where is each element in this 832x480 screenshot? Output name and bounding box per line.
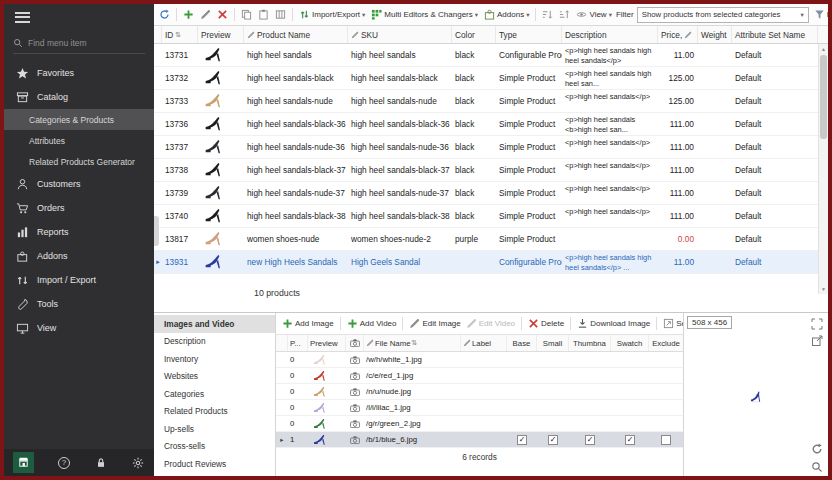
sidebar-item-catalog[interactable]: Catalog xyxy=(4,85,154,109)
add-product-button[interactable] xyxy=(181,7,196,22)
detail-tab[interactable]: Images and Video xyxy=(154,315,275,333)
download-image-button[interactable]: Download Image xyxy=(576,316,651,331)
column-header-swatch[interactable]: Swatch xyxy=(611,335,649,351)
edit-image-button[interactable]: Edit Image xyxy=(408,316,461,331)
row-expand-icon[interactable] xyxy=(154,90,162,112)
columns-button[interactable] xyxy=(273,7,288,22)
sidebar-item-related-products-generator[interactable]: Related Products Generator xyxy=(4,151,154,172)
detail-tab[interactable]: Websites xyxy=(154,368,275,386)
image-row[interactable]: 0 /n/u/nude.jpg xyxy=(276,384,683,400)
sidebar-item-categories-products[interactable]: Categories & Products xyxy=(4,109,154,130)
preview-image[interactable] xyxy=(684,313,828,476)
sidebar-item-favorites[interactable]: Favorites xyxy=(4,61,154,85)
column-header-image-preview[interactable]: Preview xyxy=(308,335,346,351)
row-expand-icon[interactable] xyxy=(154,67,162,89)
detail-tab[interactable]: Cross-sells xyxy=(154,438,275,456)
row-expand-icon[interactable]: ▸ xyxy=(154,251,162,273)
rotate-button[interactable] xyxy=(811,441,824,454)
column-header-weight[interactable]: Weight xyxy=(698,26,732,43)
sidebar-item-import-export[interactable]: Import / Export xyxy=(4,268,154,292)
scroll-up-icon[interactable]: ▲ xyxy=(819,44,828,54)
column-header-type[interactable]: Type xyxy=(496,26,562,43)
vertical-scrollbar[interactable]: ▲ ▼ xyxy=(818,44,828,294)
sidebar-item-attributes[interactable]: Attributes xyxy=(4,130,154,151)
row-expand-icon[interactable] xyxy=(154,136,162,158)
fullscreen-button[interactable] xyxy=(811,316,824,329)
zoom-button[interactable] xyxy=(811,459,824,472)
column-header-base[interactable]: Base xyxy=(507,335,537,351)
scroll-down-icon[interactable]: ▼ xyxy=(819,284,828,294)
exclude-checkbox[interactable] xyxy=(661,435,671,445)
detail-tab[interactable]: Product Reviews xyxy=(154,455,275,473)
multi-editors-menu[interactable]: Multi Editors & Changers▾ xyxy=(369,7,480,22)
set-resize-rule-menu[interactable]: Set Resize Rule▾ xyxy=(662,316,683,331)
base-checkbox[interactable]: ✓ xyxy=(517,435,527,445)
row-expand-icon[interactable] xyxy=(154,182,162,204)
paste-button[interactable] xyxy=(256,7,271,22)
category-filter-select[interactable]: Show products from selected categories ▾ xyxy=(637,7,809,23)
store-button[interactable] xyxy=(13,452,34,473)
help-button[interactable]: ? xyxy=(57,456,71,470)
table-row[interactable]: 13740 high heel sandals-black-38 high he… xyxy=(154,205,818,228)
detail-tab[interactable]: Categories xyxy=(154,385,275,403)
column-header-position[interactable]: P... xyxy=(288,335,308,351)
sort-descending-button[interactable] xyxy=(557,7,572,22)
table-row[interactable]: 13737 high heel sandals-nude-36 high hee… xyxy=(154,136,818,159)
image-row[interactable]: 0 /l/i/lilac_1.jpg xyxy=(276,400,683,416)
column-header-id[interactable]: ID⇅ xyxy=(162,26,198,43)
add-image-button[interactable]: Add Image xyxy=(281,316,335,331)
table-row[interactable]: ▸ 13931 new High Heels Sandals High Geel… xyxy=(154,251,818,274)
panel-collapse-handle[interactable] xyxy=(154,216,159,246)
table-row[interactable]: 13738 high heel sandals-black-37 high he… xyxy=(154,159,818,182)
sidebar-item-tools[interactable]: Tools xyxy=(4,292,154,316)
row-expand-icon[interactable] xyxy=(154,113,162,135)
open-external-button[interactable] xyxy=(811,333,824,346)
column-header-attribute-set[interactable]: Attribute Set Name xyxy=(732,26,818,43)
row-expand-icon[interactable] xyxy=(154,44,162,66)
table-row[interactable]: 13733 high heel sandals-nude high heel s… xyxy=(154,90,818,113)
column-header-preview[interactable]: Preview xyxy=(198,26,244,43)
edit-product-button[interactable] xyxy=(198,7,213,22)
image-row[interactable]: 0 /g/r/green_2.jpg xyxy=(276,416,683,432)
sidebar-item-reports[interactable]: Reports xyxy=(4,220,154,244)
table-row[interactable]: 13739 high heel sandals-nude-37 high hee… xyxy=(154,182,818,205)
column-header-sku[interactable]: SKU xyxy=(348,26,452,43)
sidebar-item-addons[interactable]: Addons xyxy=(4,244,154,268)
view-menu[interactable]: View▾ xyxy=(574,7,613,22)
image-row[interactable]: 0 /w/h/white_1.jpg xyxy=(276,352,683,368)
detail-tab[interactable]: Inventory xyxy=(154,350,275,368)
refresh-button[interactable] xyxy=(157,7,172,22)
column-header-exclude[interactable]: Exclude xyxy=(649,335,683,351)
small-checkbox[interactable]: ✓ xyxy=(548,435,558,445)
column-header-description[interactable]: Description xyxy=(562,26,658,43)
column-header-color[interactable]: Color xyxy=(452,26,496,43)
lock-button[interactable] xyxy=(94,456,108,470)
table-row[interactable]: 13736 high heel sandals-black-36 high he… xyxy=(154,113,818,136)
sort-ascending-button[interactable] xyxy=(540,7,555,22)
column-header-label[interactable]: Label xyxy=(461,335,507,351)
table-row[interactable]: 13731 high heel sandals high heel sandal… xyxy=(154,44,818,67)
delete-image-button[interactable]: Delete xyxy=(527,316,565,331)
sidebar-search-input[interactable]: Find menu item xyxy=(13,32,145,54)
import-export-menu[interactable]: Import/Export▾ xyxy=(297,7,367,22)
detail-tab[interactable]: Up-sells xyxy=(154,420,275,438)
column-header-file-name[interactable]: File Name⇅ xyxy=(364,335,461,351)
filters-menu[interactable]: Filters▾ xyxy=(812,7,828,22)
detail-tab[interactable]: Related Products xyxy=(154,403,275,421)
thumbnail-checkbox[interactable]: ✓ xyxy=(585,435,595,445)
row-expand-icon[interactable] xyxy=(154,159,162,181)
menu-icon[interactable] xyxy=(15,9,30,25)
swatch-checkbox[interactable]: ✓ xyxy=(625,435,635,445)
image-row[interactable]: 0 /c/e/red_1.jpg xyxy=(276,368,683,384)
sidebar-item-view[interactable]: View xyxy=(4,316,154,340)
settings-button[interactable] xyxy=(131,456,145,470)
image-row[interactable]: ▸ 1 /b/1/blue_6.jpg ✓ ✓ ✓ ✓ xyxy=(276,432,683,448)
scrollbar-thumb[interactable] xyxy=(820,55,827,139)
column-header-price[interactable]: Price, xyxy=(658,26,698,43)
column-header-thumbnail[interactable]: Thumbna xyxy=(569,335,611,351)
detail-tab[interactable]: Description xyxy=(154,333,275,351)
table-row[interactable]: 13817 women shoes-nude women shoes-nude-… xyxy=(154,228,818,251)
copy-button[interactable] xyxy=(239,7,254,22)
add-video-button[interactable]: Add Video xyxy=(346,316,398,331)
sidebar-item-customers[interactable]: Customers xyxy=(4,172,154,196)
